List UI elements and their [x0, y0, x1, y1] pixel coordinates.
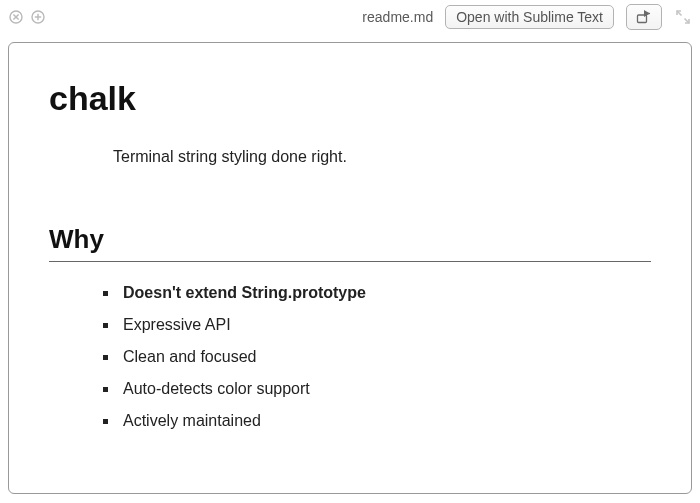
- fullscreen-icon[interactable]: [674, 8, 692, 26]
- filename-label: readme.md: [362, 9, 433, 25]
- why-list: Doesn't extend String.prototypeExpressiv…: [103, 284, 651, 430]
- document-viewport: chalk Terminal string styling done right…: [8, 42, 692, 494]
- tagline-text: Terminal string styling done right.: [113, 148, 651, 166]
- list-item: Expressive API: [103, 316, 651, 334]
- close-icon[interactable]: [8, 9, 24, 25]
- share-button[interactable]: [626, 4, 662, 30]
- section-heading-why: Why: [49, 224, 651, 262]
- list-item: Auto-detects color support: [103, 380, 651, 398]
- list-item: Clean and focused: [103, 348, 651, 366]
- window-header: readme.md Open with Sublime Text: [0, 0, 700, 34]
- open-with-button[interactable]: Open with Sublime Text: [445, 5, 614, 29]
- share-icon: [636, 10, 652, 24]
- add-icon[interactable]: [30, 9, 46, 25]
- list-item: Doesn't extend String.prototype: [103, 284, 651, 302]
- page-title: chalk: [49, 79, 651, 118]
- list-item: Actively maintained: [103, 412, 651, 430]
